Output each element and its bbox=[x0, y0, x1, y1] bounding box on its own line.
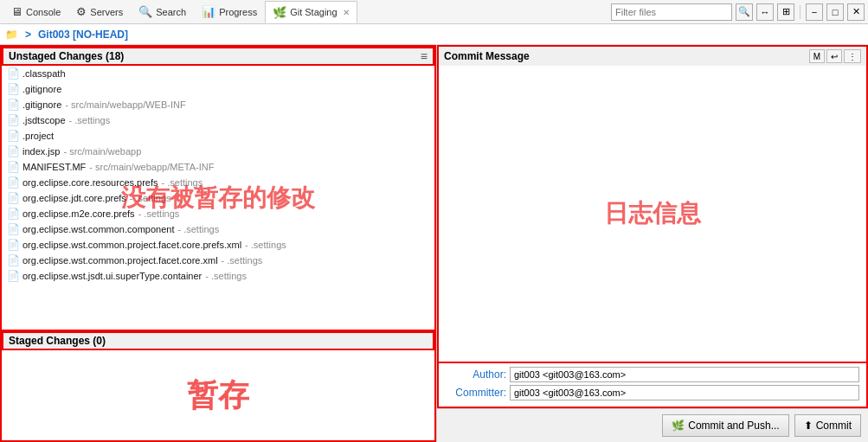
breadcrumb-path: Git003 [NO-HEAD] bbox=[38, 29, 128, 41]
staged-title: Staged Changes (0) bbox=[9, 335, 106, 347]
filter-input[interactable] bbox=[611, 3, 732, 21]
file-name: org.eclipse.wst.jsdt.ui.superType.contai… bbox=[23, 271, 202, 281]
filter-btn-1[interactable]: 🔍 bbox=[736, 3, 753, 21]
list-item[interactable]: 📄 org.eclipse.wst.common.project.facet.c… bbox=[2, 237, 434, 253]
commit-label: Commit bbox=[816, 420, 852, 432]
breadcrumb-arrow: > bbox=[25, 29, 31, 41]
search-icon: 🔍 bbox=[138, 5, 152, 18]
list-item[interactable]: 📄 org.eclipse.m2e.core.prefs - .settings bbox=[2, 206, 434, 221]
tab-servers[interactable]: ⚙ Servers bbox=[68, 1, 131, 23]
tab-progress-label: Progress bbox=[219, 7, 257, 17]
list-item[interactable]: 📄 org.eclipse.wst.jsdt.ui.superType.cont… bbox=[2, 268, 434, 284]
unstaged-section: Unstaged Changes (18) ≡ 没有被暂存的修改 📄 .clas… bbox=[0, 45, 436, 330]
commit-message-body[interactable]: 日志信息 bbox=[439, 66, 866, 362]
filter-btn-3[interactable]: ⊞ bbox=[777, 3, 794, 21]
main-content: Unstaged Changes (18) ≡ 没有被暂存的修改 📄 .clas… bbox=[0, 45, 868, 442]
git-staging-icon: 🌿 bbox=[273, 6, 286, 19]
file-icon: 📄 bbox=[7, 208, 19, 220]
file-location: - .settings bbox=[222, 255, 263, 266]
file-location: - .settings bbox=[162, 177, 203, 188]
maximize-btn[interactable]: □ bbox=[826, 3, 844, 21]
tab-search-label: Search bbox=[156, 7, 186, 17]
list-item[interactable]: 📄 MANIFEST.MF - src/main/webapp/META-INF bbox=[2, 159, 434, 175]
author-input[interactable] bbox=[510, 367, 859, 382]
file-name: .jsdtscope bbox=[23, 115, 66, 125]
commit-message-header: Commit Message M ↩ ⋮ bbox=[439, 47, 866, 66]
file-icon: 📄 bbox=[7, 270, 19, 282]
file-name: org.eclipse.m2e.core.prefs bbox=[23, 208, 135, 219]
commit-and-push-button[interactable]: 🌿 Commit and Push... bbox=[662, 414, 788, 437]
console-icon: 🖥 bbox=[11, 5, 23, 18]
msg-tool-undo[interactable]: ↩ bbox=[826, 49, 842, 63]
list-item[interactable]: 📄 index.jsp - src/main/webapp bbox=[2, 144, 434, 159]
file-location: - src/main/webapp/WEB-INF bbox=[65, 99, 185, 110]
file-name: .classpath bbox=[23, 68, 66, 79]
commit-message-section: Commit Message M ↩ ⋮ 日志信息 bbox=[437, 45, 868, 363]
file-icon: 📄 bbox=[7, 192, 19, 204]
close-btn[interactable]: ✕ bbox=[847, 3, 865, 21]
file-icon: 📄 bbox=[7, 130, 19, 142]
staged-section: Staged Changes (0) 暂存 bbox=[0, 330, 436, 442]
left-panel: Unstaged Changes (18) ≡ 没有被暂存的修改 📄 .clas… bbox=[0, 45, 437, 442]
file-name: org.eclipse.core.resources.prefs bbox=[23, 177, 158, 188]
file-location: - .settings bbox=[245, 240, 286, 250]
committer-row: Committer: bbox=[446, 385, 859, 400]
file-location: - src/main/webapp/META-INF bbox=[89, 162, 214, 172]
commit-button[interactable]: ⬆ Commit bbox=[794, 414, 861, 437]
author-row: Author: bbox=[446, 367, 859, 382]
file-icon: 📄 bbox=[7, 223, 19, 235]
staged-header: Staged Changes (0) bbox=[2, 331, 434, 350]
unstaged-list[interactable]: 没有被暂存的修改 📄 .classpath 📄 .gitignore 📄 .gi… bbox=[2, 66, 434, 330]
list-item[interactable]: 📄 org.eclipse.jdt.core.prefs - .settings bbox=[2, 190, 434, 206]
servers-icon: ⚙ bbox=[76, 5, 87, 18]
file-icon: 📄 bbox=[7, 239, 19, 251]
commit-message-watermark: 日志信息 bbox=[604, 197, 701, 230]
file-location: - .settings bbox=[69, 115, 111, 125]
tab-git-staging[interactable]: 🌿 Git Staging ✕ bbox=[265, 1, 357, 23]
list-item[interactable]: 📄 .project bbox=[2, 128, 434, 144]
committer-input[interactable] bbox=[510, 385, 859, 400]
msg-tool-more[interactable]: ⋮ bbox=[844, 49, 861, 63]
list-item[interactable]: 📄 .gitignore - src/main/webapp/WEB-INF bbox=[2, 97, 434, 112]
file-name: org.eclipse.wst.common.project.facet.cor… bbox=[23, 240, 241, 250]
file-name: index.jsp bbox=[23, 146, 60, 157]
toolbar-divider bbox=[800, 5, 800, 19]
list-item[interactable]: 📄 org.eclipse.wst.common.project.facet.c… bbox=[2, 253, 434, 268]
file-icon: 📄 bbox=[7, 114, 19, 126]
file-location: - .settings bbox=[205, 271, 247, 281]
unstaged-collapse-icon[interactable]: ≡ bbox=[421, 49, 428, 63]
right-panel: Commit Message M ↩ ⋮ 日志信息 Author: Commit… bbox=[437, 45, 868, 442]
staged-body[interactable]: 暂存 bbox=[2, 350, 434, 440]
list-item[interactable]: 📄 org.eclipse.core.resources.prefs - .se… bbox=[2, 175, 434, 190]
progress-icon: 📊 bbox=[202, 5, 215, 18]
commit-icon: ⬆ bbox=[804, 420, 813, 432]
msg-tool-m[interactable]: M bbox=[809, 49, 825, 63]
file-icon: 📄 bbox=[7, 254, 19, 266]
commit-message-tools: M ↩ ⋮ bbox=[809, 49, 861, 63]
list-item[interactable]: 📄 .jsdtscope - .settings bbox=[2, 112, 434, 128]
list-item[interactable]: 📄 org.eclipse.wst.common.component - .se… bbox=[2, 221, 434, 237]
tab-console[interactable]: 🖥 Console bbox=[3, 1, 68, 23]
author-label: Author: bbox=[446, 368, 506, 381]
minimize-btn[interactable]: − bbox=[806, 3, 823, 21]
file-icon: 📄 bbox=[7, 99, 19, 111]
filter-btn-2[interactable]: ↔ bbox=[756, 3, 774, 21]
unstaged-header: Unstaged Changes (18) ≡ bbox=[2, 47, 434, 66]
file-location: - .settings bbox=[177, 224, 219, 234]
list-item[interactable]: 📄 .classpath bbox=[2, 66, 434, 81]
list-item[interactable]: 📄 .gitignore bbox=[2, 81, 434, 97]
file-icon: 📄 bbox=[7, 83, 19, 95]
file-location: - src/main/webapp bbox=[63, 146, 141, 157]
file-icon: 📄 bbox=[7, 67, 19, 80]
commit-push-icon: 🌿 bbox=[672, 420, 685, 432]
file-icon: 📄 bbox=[7, 145, 19, 157]
tab-servers-label: Servers bbox=[90, 7, 123, 17]
tab-close-icon[interactable]: ✕ bbox=[343, 8, 350, 17]
staged-watermark: 暂存 bbox=[187, 375, 249, 417]
breadcrumb-icon: 📁 bbox=[5, 29, 18, 41]
tab-progress[interactable]: 📊 Progress bbox=[194, 1, 265, 23]
filter-area: 🔍 ↔ ⊞ − □ ✕ bbox=[611, 3, 865, 21]
file-name: org.eclipse.wst.common.project.facet.cor… bbox=[23, 255, 218, 266]
tab-search[interactable]: 🔍 Search bbox=[131, 1, 194, 23]
file-name: .gitignore bbox=[23, 99, 61, 110]
